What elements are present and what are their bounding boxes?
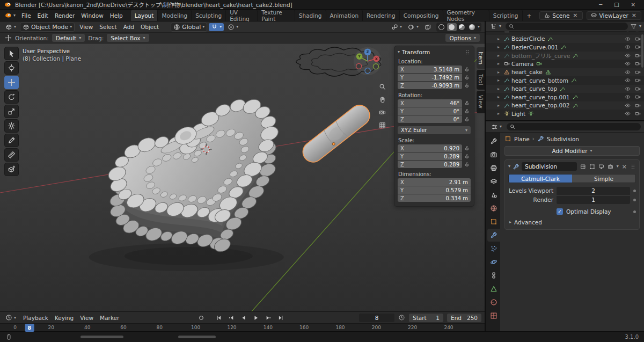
hide-in-viewport-toggle[interactable] xyxy=(623,86,632,92)
properties-search-input[interactable] xyxy=(517,124,638,130)
properties-search[interactable] xyxy=(507,123,641,130)
outliner-item-heart-curve-top[interactable]: ▸heart_curve_top xyxy=(486,85,644,93)
modifier-expand-arrow[interactable]: ▾ xyxy=(508,164,510,169)
hide-in-viewport-toggle[interactable] xyxy=(623,44,632,50)
timeline-editor-type-button[interactable]: ▾ xyxy=(3,314,18,322)
modifier-name-field[interactable]: Subdivision xyxy=(522,162,577,171)
expand-icon[interactable]: ▸ xyxy=(497,78,502,83)
3d-viewport[interactable]: User Perspective (8) Collection | Plane … xyxy=(0,43,485,311)
lock-location-z-button[interactable] xyxy=(463,83,471,88)
show-gizmos-toggle[interactable]: ▾ xyxy=(389,23,404,31)
workspace-tab-sculpting[interactable]: Sculpting xyxy=(192,10,226,21)
play-reverse-button[interactable] xyxy=(238,314,250,322)
workspace-tab-shading[interactable]: Shading xyxy=(295,10,326,21)
unlink-scene-button[interactable]: × xyxy=(572,12,579,18)
filter-icon[interactable] xyxy=(630,23,637,30)
jump-end-button[interactable] xyxy=(275,314,287,322)
lock-rotation-z-button[interactable] xyxy=(463,117,471,122)
outliner-search-input[interactable] xyxy=(516,24,625,30)
properties-tab-particles[interactable] xyxy=(487,242,500,255)
scrollbar-pill[interactable] xyxy=(178,336,216,338)
sidebar-tab-item[interactable]: Item xyxy=(477,47,485,69)
modifier-render-toggle[interactable] xyxy=(606,163,614,171)
properties-tab-object[interactable] xyxy=(487,215,500,228)
properties-tab-texture[interactable] xyxy=(487,309,500,322)
menu-file[interactable]: File xyxy=(18,11,34,20)
timeline-menu-view[interactable]: View xyxy=(77,314,97,322)
add-workspace-button[interactable]: + xyxy=(523,12,536,19)
prev-keyframe-button[interactable] xyxy=(225,314,237,322)
viewport-menu-add[interactable]: Add xyxy=(120,23,137,31)
camera-view-button[interactable] xyxy=(377,107,387,118)
tool-rotate[interactable] xyxy=(4,90,19,104)
location-y-field[interactable]: Y-1.7492 m xyxy=(398,74,462,81)
animate-dot[interactable] xyxy=(633,190,636,192)
preview-range-icon[interactable] xyxy=(398,314,405,321)
expand-icon[interactable]: ▸ xyxy=(497,53,502,58)
timeline-menu-playback[interactable]: Playback xyxy=(20,314,52,322)
tool-annotate[interactable] xyxy=(4,134,19,147)
lock-rotation-y-button[interactable] xyxy=(463,108,471,114)
outliner-item-bottom-curve[interactable]: ▸bottom_フリル_curve xyxy=(486,52,644,60)
orientation-setting-dropdown[interactable]: Default▾ xyxy=(52,34,85,42)
properties-tab-constraints[interactable] xyxy=(487,269,500,282)
outliner-item-heart-curve-top-002[interactable]: ▸heart_curve_top.002 xyxy=(486,101,644,110)
grid-view-button[interactable] xyxy=(377,120,387,130)
scale-z-field[interactable]: Z0.289 xyxy=(398,161,462,168)
shading-dropdown[interactable]: ▾ xyxy=(478,25,480,29)
location-z-field[interactable]: Z-0.9093 m xyxy=(398,82,462,89)
transform-panel-header[interactable]: ▾Transform xyxy=(398,49,471,55)
sidebar-tab-view[interactable]: View xyxy=(477,91,485,113)
auto-keying-toggle[interactable] xyxy=(195,314,207,322)
shading-material-button[interactable] xyxy=(457,23,467,31)
plane-object[interactable] xyxy=(299,101,374,166)
properties-tab-modifiers[interactable] xyxy=(487,229,500,242)
timeline-ruler[interactable]: 0204060801001201401601802002202408 xyxy=(0,323,485,331)
toggle-xray-button[interactable] xyxy=(422,23,434,31)
dimensions-y-field[interactable]: Y0.579 m xyxy=(398,186,471,194)
maximize-button[interactable]: □ xyxy=(614,2,619,8)
modifier-display-cage-toggle[interactable] xyxy=(579,163,587,171)
frame-start-field[interactable]: Start1 xyxy=(409,314,443,322)
expand-icon[interactable]: ▸ xyxy=(497,61,502,66)
playhead[interactable]: 8 xyxy=(25,324,34,332)
outliner-item-beziercurve-001[interactable]: ▸BezierCurve.001 xyxy=(486,43,644,52)
outliner-item-light[interactable]: ▸Light xyxy=(486,110,644,118)
hand-view-button[interactable] xyxy=(377,94,387,105)
hide-in-viewport-toggle[interactable] xyxy=(623,61,632,67)
hide-in-viewport-toggle[interactable] xyxy=(623,36,632,42)
disable-in-renders-toggle[interactable] xyxy=(633,53,642,59)
scene-selector[interactable]: Scene × xyxy=(539,11,582,20)
breadcrumb-modifier[interactable]: Subdivision xyxy=(547,136,579,142)
subdivision-type-catmull-clark[interactable]: Catmull-Clark xyxy=(509,174,572,183)
tool-add-cube[interactable] xyxy=(4,163,19,176)
add-modifier-button[interactable]: Add Modifier▾ xyxy=(504,146,640,156)
gizmo-z-negative[interactable] xyxy=(365,68,370,74)
jump-start-button[interactable] xyxy=(213,314,225,322)
disable-in-renders-toggle[interactable] xyxy=(633,111,642,117)
rotation-z-field[interactable]: Z0° xyxy=(398,115,462,123)
disable-in-renders-toggle[interactable] xyxy=(633,86,642,92)
outliner-scrollbar[interactable] xyxy=(641,34,643,68)
shading-wireframe-button[interactable] xyxy=(437,23,447,31)
options-dropdown[interactable]: Options▾ xyxy=(445,34,480,42)
shading-rendered-button[interactable] xyxy=(467,23,477,31)
viewlayer-selector[interactable]: ViewLayer × xyxy=(587,11,641,20)
properties-tab-view-layer[interactable] xyxy=(487,175,500,188)
tool-tweak[interactable] xyxy=(4,47,19,60)
menu-edit[interactable]: Edit xyxy=(34,11,52,20)
properties-tab-tool[interactable] xyxy=(487,135,500,148)
hide-in-viewport-toggle[interactable] xyxy=(623,103,632,108)
drag-handle-icon[interactable] xyxy=(630,164,636,170)
disable-in-renders-toggle[interactable] xyxy=(633,61,642,67)
expand-icon[interactable]: ▸ xyxy=(497,94,502,99)
transform-orientation-dropdown[interactable]: Global▾ xyxy=(171,23,207,32)
gizmo-x-negative[interactable] xyxy=(356,63,362,69)
workspace-tab-layout[interactable]: Layout xyxy=(131,10,158,21)
properties-tab-world[interactable] xyxy=(487,202,500,215)
rotation-mode-dropdown[interactable]: XYZ Euler▾ xyxy=(398,126,471,134)
properties-tab-data[interactable] xyxy=(487,282,500,295)
viewport-menu-select[interactable]: Select xyxy=(96,23,120,31)
modifier-extras-menu[interactable]: ▾ xyxy=(617,164,619,169)
workspace-tab-geometry-nodes[interactable]: Geometry Nodes xyxy=(443,10,489,21)
